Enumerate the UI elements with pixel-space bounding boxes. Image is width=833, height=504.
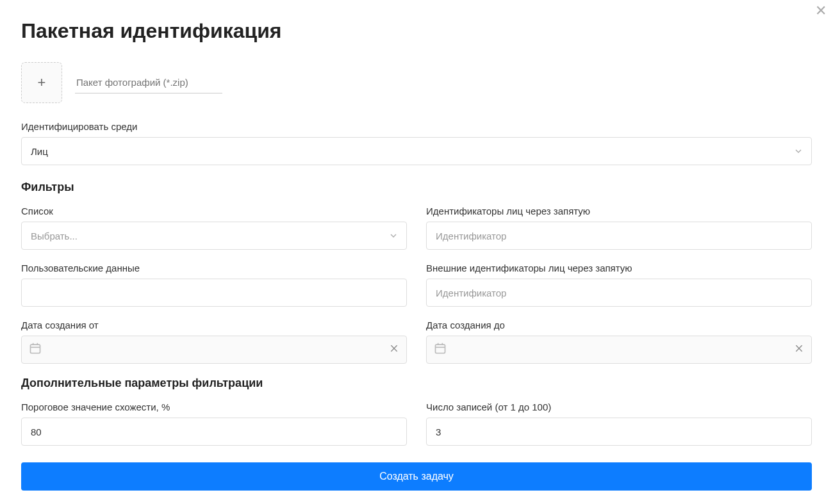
identify-among-value: Лиц (31, 146, 48, 157)
user-data-input[interactable] (21, 279, 407, 307)
filters-row-1: Список Выбрать... Идентификаторы лиц чер… (21, 206, 812, 250)
limit-label: Число записей (от 1 до 100) (426, 402, 812, 412)
chevron-down-icon (388, 231, 399, 241)
date-to-label: Дата создания до (426, 320, 812, 330)
identify-among-select-wrap: Лиц (21, 137, 812, 165)
filters-row-3: Дата создания от Дата создания до (21, 320, 812, 364)
extra-row: Пороговое значение схожести, % Число зап… (21, 402, 812, 446)
chevron-down-icon (793, 146, 804, 156)
ext-ids-label: Внешние идентификаторы лиц через запятую (426, 263, 812, 273)
ext-ids-col: Внешние идентификаторы лиц через запятую (426, 263, 812, 307)
upload-filename-input[interactable] (75, 72, 222, 93)
limit-col: Число записей (от 1 до 100) (426, 402, 812, 446)
face-ids-col: Идентификаторы лиц через запятую (426, 206, 812, 250)
identify-among-select[interactable]: Лиц (21, 137, 812, 165)
filters-heading: Фильтры (21, 181, 812, 194)
list-select[interactable]: Выбрать... (21, 222, 407, 250)
clear-date-from-button[interactable] (389, 343, 399, 356)
upload-row: + (21, 62, 812, 103)
date-from-label: Дата создания от (21, 320, 407, 330)
face-ids-label: Идентификаторы лиц через запятую (426, 206, 812, 216)
user-data-col: Пользовательские данные (21, 263, 407, 307)
date-from-wrap (21, 336, 407, 364)
extra-params-heading: Дополнительные параметры фильтрации (21, 377, 812, 390)
close-icon (389, 343, 399, 354)
plus-icon: + (38, 74, 46, 91)
identify-among-label: Идентифицировать среди (21, 121, 812, 132)
upload-input-wrap (75, 72, 222, 93)
create-task-button[interactable]: Создать задачу (21, 462, 812, 491)
face-ids-input[interactable] (426, 222, 812, 250)
threshold-label: Пороговое значение схожести, % (21, 402, 407, 412)
user-data-label: Пользовательские данные (21, 263, 407, 273)
list-placeholder: Выбрать... (31, 231, 78, 241)
date-from-input[interactable] (21, 336, 407, 364)
filters-row-2: Пользовательские данные Внешние идентифи… (21, 263, 812, 307)
page-title: Пакетная идентификация (21, 19, 812, 43)
close-icon: ✕ (815, 3, 827, 19)
threshold-input[interactable] (21, 418, 407, 446)
modal-container: Пакетная идентификация + Идентифицироват… (0, 0, 833, 503)
threshold-col: Пороговое значение схожести, % (21, 402, 407, 446)
date-from-col: Дата создания от (21, 320, 407, 364)
close-icon (794, 343, 804, 354)
close-button[interactable]: ✕ (815, 4, 827, 18)
list-label: Список (21, 206, 407, 216)
list-col: Список Выбрать... (21, 206, 407, 250)
limit-input[interactable] (426, 418, 812, 446)
ext-ids-input[interactable] (426, 279, 812, 307)
date-to-col: Дата создания до (426, 320, 812, 364)
clear-date-to-button[interactable] (794, 343, 804, 356)
date-to-wrap (426, 336, 812, 364)
upload-button[interactable]: + (21, 62, 62, 103)
date-to-input[interactable] (426, 336, 812, 364)
